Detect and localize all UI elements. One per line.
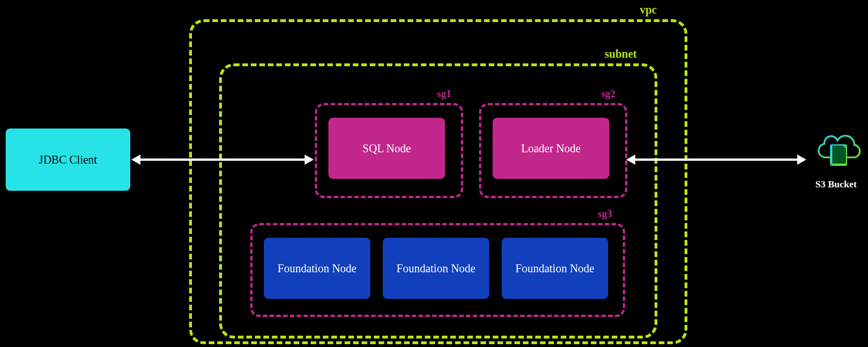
arrow-jdbc-sql-head-right	[305, 155, 314, 165]
jdbc-client-node: JDBC Client	[6, 128, 130, 191]
bucket-icon	[813, 127, 862, 175]
sg2-label: sg2	[601, 88, 615, 100]
foundation-node-2: Foundation Node	[383, 238, 489, 299]
arrow-jdbc-sql-line	[139, 158, 306, 161]
arrow-loader-s3-head-left	[626, 155, 635, 165]
sql-node: SQL Node	[328, 118, 445, 179]
subnet-label: subnet	[605, 48, 637, 61]
sg1-label: sg1	[437, 88, 451, 100]
arrow-jdbc-sql-head-left	[131, 155, 140, 165]
loader-node: Loader Node	[493, 118, 609, 179]
sg3-label: sg3	[598, 208, 612, 220]
foundation-node-1-label: Foundation Node	[277, 262, 356, 276]
jdbc-client-label: JDBC Client	[39, 153, 97, 167]
foundation-node-1: Foundation Node	[264, 238, 370, 299]
foundation-node-3-label: Foundation Node	[515, 262, 594, 276]
foundation-node-2-label: Foundation Node	[396, 262, 475, 276]
loader-node-label: Loader Node	[521, 142, 581, 156]
vpc-label: vpc	[640, 3, 657, 16]
arrow-loader-s3-head-right	[797, 155, 806, 165]
s3-bucket-label: S3 Bucket	[815, 179, 857, 190]
foundation-node-3: Foundation Node	[502, 238, 608, 299]
sql-node-label: SQL Node	[362, 142, 411, 156]
arrow-loader-s3-line	[634, 158, 798, 161]
diagram-canvas: vpc subnet sg1 sg2 sg3 JDBC Client SQL N…	[0, 0, 868, 347]
